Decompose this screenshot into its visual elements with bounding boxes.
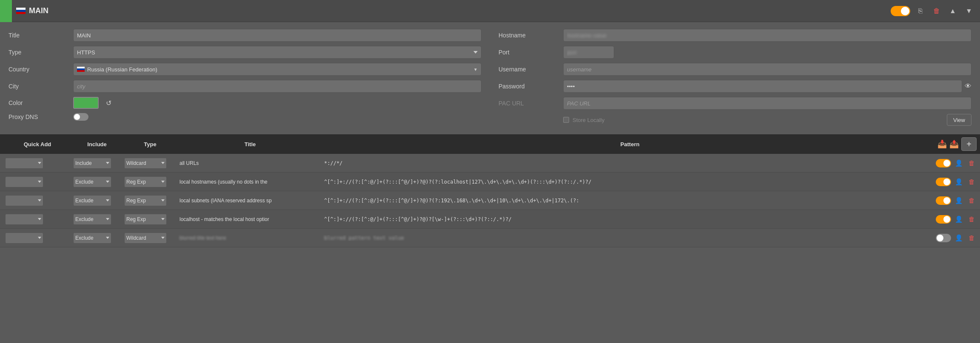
table-row: ExcludeInclude Reg ExpWildcard local hos…: [0, 173, 980, 191]
header-title: MAIN: [29, 6, 891, 15]
move-down-icon[interactable]: ▼: [963, 5, 975, 17]
user-icon-1[interactable]: 👤: [954, 158, 964, 168]
cell-quick-add-5: [3, 232, 71, 244]
quick-add-select-4[interactable]: [5, 214, 43, 225]
copy-icon[interactable]: ⎘: [914, 5, 926, 17]
cell-title-2: local hostnames (usually no dots in the: [178, 179, 322, 185]
view-button[interactable]: View: [947, 114, 971, 126]
type-select-3[interactable]: Reg ExpWildcard: [124, 195, 167, 206]
table-row: IncludeExclude WildcardReg Exp all URLs …: [0, 154, 980, 173]
cell-quick-add-4: [3, 214, 71, 225]
cell-title-4: localhost - matches the local host optio…: [178, 216, 322, 222]
header-controls: ⎘ 🗑 ▲ ▼: [891, 5, 975, 17]
cell-title-5: blurred title text here: [178, 235, 322, 241]
table-section: Quick Add Include Type Title Pattern 📥 📤…: [0, 134, 980, 247]
color-label: Color: [9, 99, 68, 106]
user-icon-5[interactable]: 👤: [954, 233, 964, 243]
username-label: Username: [499, 66, 558, 73]
cell-pattern-4: ^[^:]+://(?:[^:@/]+(?:::[^@/]+)?@)?[\w-]…: [322, 216, 936, 222]
type-select-1[interactable]: WildcardReg Exp: [124, 158, 167, 169]
title-row: Title: [9, 29, 481, 42]
pattern-text-5: blurred pattern text value: [324, 235, 404, 241]
country-select-container[interactable]: Russia (Russian Federation) ▼: [73, 63, 481, 76]
country-select[interactable]: Russia (Russian Federation) ▼: [73, 63, 481, 76]
cell-pattern-5: blurred pattern text value: [322, 235, 936, 241]
cell-title-3: local subnets (IANA reserved address sp: [178, 197, 322, 204]
cell-actions-1: 👤 🗑: [936, 158, 977, 168]
proxy-dns-row: Proxy DNS: [9, 113, 481, 121]
export-icon[interactable]: 📤: [949, 139, 959, 149]
trash-icon-1[interactable]: 🗑: [966, 158, 977, 168]
type-label: Type: [9, 49, 68, 56]
header-accent-block: [0, 0, 12, 22]
quick-add-select-5[interactable]: [5, 232, 43, 244]
form-section: Title Type HTTPS HTTP SOCKS4 SOCKS5 Coun…: [0, 22, 980, 133]
title-text-5: blurred title text here: [179, 235, 226, 241]
header-flag-icon: [16, 8, 26, 14]
cell-include-1: IncludeExclude: [71, 158, 122, 169]
include-select-5[interactable]: ExcludeInclude: [73, 232, 111, 244]
store-locally-checkbox[interactable]: [563, 117, 569, 123]
title-text-2: local hostnames (usually no dots in the: [179, 179, 268, 185]
user-icon-3[interactable]: 👤: [954, 196, 964, 206]
color-controls: ↺: [73, 97, 114, 109]
city-input[interactable]: [73, 80, 481, 93]
password-row: Password 👁: [499, 80, 971, 93]
cell-type-2: Reg ExpWildcard: [122, 176, 178, 187]
import-icon[interactable]: 📥: [937, 139, 947, 149]
form-left: Title Type HTTPS HTTP SOCKS4 SOCKS5 Coun…: [9, 29, 481, 126]
user-icon-4[interactable]: 👤: [954, 214, 964, 224]
include-select-4[interactable]: ExcludeInclude: [73, 214, 111, 225]
username-input[interactable]: [563, 63, 971, 76]
th-actions: 📥 📤 +: [937, 137, 977, 151]
header-toggle[interactable]: [891, 6, 910, 16]
country-label: Country: [9, 66, 68, 73]
row-toggle-4[interactable]: [936, 215, 951, 224]
delete-icon[interactable]: 🗑: [931, 5, 943, 17]
th-title: Title: [178, 141, 322, 147]
title-input[interactable]: [73, 29, 481, 42]
color-row: Color ↺: [9, 97, 481, 109]
port-row: Port: [499, 46, 971, 59]
city-label: City: [9, 83, 68, 90]
quick-add-select-3[interactable]: [5, 195, 43, 206]
color-swatch[interactable]: [73, 97, 99, 109]
username-row: Username: [499, 63, 971, 76]
color-reset-icon[interactable]: ↺: [103, 97, 114, 108]
type-select-4[interactable]: Reg ExpWildcard: [124, 214, 167, 225]
type-select[interactable]: HTTPS HTTP SOCKS4 SOCKS5: [73, 46, 481, 59]
move-up-icon[interactable]: ▲: [947, 5, 959, 17]
hostname-input[interactable]: [563, 29, 971, 42]
include-select-3[interactable]: ExcludeInclude: [73, 195, 111, 206]
hostname-row: Hostname: [499, 29, 971, 42]
proxy-dns-label: Proxy DNS: [9, 113, 68, 120]
trash-icon-3[interactable]: 🗑: [966, 196, 977, 206]
row-toggle-2[interactable]: [936, 178, 951, 186]
trash-icon-4[interactable]: 🗑: [966, 214, 977, 224]
include-select-2[interactable]: ExcludeInclude: [73, 176, 111, 187]
user-icon-2[interactable]: 👤: [954, 177, 964, 187]
trash-icon-5[interactable]: 🗑: [966, 233, 977, 243]
password-input[interactable]: [563, 80, 962, 93]
proxy-dns-toggle[interactable]: [73, 113, 88, 121]
pac-url-input[interactable]: [563, 97, 971, 110]
row-toggle-3[interactable]: [936, 196, 951, 205]
add-rule-button[interactable]: +: [961, 137, 977, 151]
quick-add-select-2[interactable]: [5, 176, 43, 187]
cell-pattern-2: ^[^:]+://(?:[^:@/]+(?:::[^@/]+)?@)?(?:lo…: [322, 179, 936, 185]
table-header: Quick Add Include Type Title Pattern 📥 📤…: [0, 134, 980, 154]
title-text-4: localhost - matches the local host optio…: [179, 216, 269, 222]
port-input[interactable]: [563, 46, 614, 59]
table-row: ExcludeInclude WildcardReg Exp blurred t…: [0, 229, 980, 247]
table-row: ExcludeInclude Reg ExpWildcard localhost…: [0, 210, 980, 229]
type-select-5[interactable]: WildcardReg Exp: [124, 232, 167, 244]
include-select-1[interactable]: IncludeExclude: [73, 158, 111, 169]
cell-include-5: ExcludeInclude: [71, 232, 122, 244]
quick-add-select-1[interactable]: [5, 158, 43, 169]
trash-icon-2[interactable]: 🗑: [966, 177, 977, 187]
row-toggle-1[interactable]: [936, 159, 951, 167]
type-select-2[interactable]: Reg ExpWildcard: [124, 176, 167, 187]
pac-url-label: PAC URL: [499, 100, 558, 107]
password-eye-icon[interactable]: 👁: [965, 82, 971, 90]
row-toggle-5[interactable]: [936, 234, 951, 242]
